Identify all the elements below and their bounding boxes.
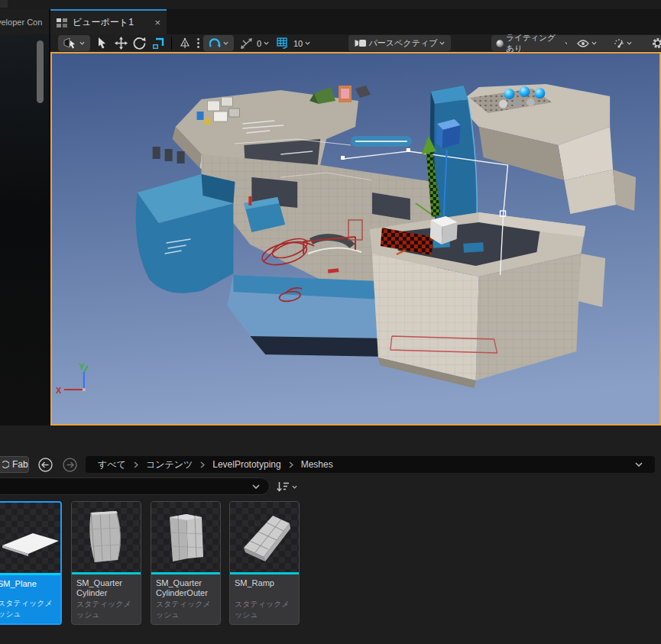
- asset-tile-sm-quarter-cylinder[interactable]: SM_Quarter Cylinder スタティックメッシュ: [71, 501, 141, 625]
- breadcrumb-item-content[interactable]: コンテンツ: [146, 458, 193, 471]
- plane-mesh-thumbnail: [0, 503, 62, 573]
- breadcrumb: すべて コンテンツ LevelPrototyping Meshes: [86, 456, 655, 473]
- grid-snap-value-button[interactable]: 10: [290, 35, 313, 51]
- asset-tile-sm-quarter-cylinder-outer[interactable]: SM_Quarter CylinderOuter スタティックメッシュ: [151, 501, 221, 625]
- asset-type: スタティックメッシュ: [235, 599, 294, 620]
- asset-thumbnail: [230, 502, 299, 572]
- asset-tile-sm-ramp[interactable]: SM_Ramp スタティックメッシュ: [229, 501, 300, 625]
- sort-button[interactable]: [277, 479, 306, 494]
- viewport-3d-scene[interactable]: X Y: [50, 52, 661, 426]
- toolbar-divider: [171, 37, 172, 50]
- window-top-strip: [0, 0, 661, 9]
- back-arrow-icon: [37, 457, 53, 473]
- axis-y-label: Y: [79, 362, 85, 371]
- background-window-tab[interactable]: veloper Con: [0, 9, 50, 34]
- background-window-tab-label: veloper Con: [0, 18, 42, 27]
- scrollbar-thumb[interactable]: [37, 40, 44, 103]
- search-options-chevron-icon[interactable]: [252, 484, 260, 489]
- tab-bar: ビューポート1 ×: [50, 9, 661, 34]
- snapping-overflow-button[interactable]: [194, 35, 202, 51]
- asset-thumbnail: [72, 502, 141, 572]
- path-picker-chevron-icon[interactable]: [635, 462, 643, 467]
- asset-meta: SM_Quarter Cylinder スタティックメッシュ: [72, 574, 141, 624]
- vertical-ellipsis-icon: [197, 38, 199, 48]
- lit-sphere-icon: [496, 39, 504, 48]
- show-flags-dropdown[interactable]: [567, 35, 607, 51]
- selection-mode-button[interactable]: [58, 35, 90, 51]
- rotate-tool-button[interactable]: [130, 35, 148, 51]
- axis-x-label: X: [56, 386, 62, 395]
- asset-thumbnail: [151, 502, 220, 572]
- quarter-cylinder-outer-mesh-thumbnail: [151, 502, 220, 572]
- asset-name: SM_Quarter CylinderOuter: [156, 578, 215, 598]
- asset-name: SM_Plane: [0, 579, 56, 589]
- scale-snap-value-button[interactable]: 0: [254, 35, 272, 51]
- asset-type: スタティックメッシュ: [0, 598, 56, 620]
- chevron-down-icon: [305, 41, 310, 45]
- viewport-settings-dropdown[interactable]: [637, 35, 661, 51]
- grid-snap-icon-button[interactable]: [275, 35, 290, 51]
- chevron-down-icon: [591, 41, 597, 45]
- chevron-down-icon: [292, 485, 297, 489]
- asset-search-input[interactable]: [0, 482, 252, 491]
- surface-snapping-button[interactable]: [176, 35, 194, 51]
- snap-gizmo-icon: [179, 37, 191, 50]
- dial-gauge-icon: [614, 38, 624, 48]
- back-button[interactable]: [37, 457, 53, 473]
- chevron-down-icon: [627, 41, 632, 45]
- tab-close-icon[interactable]: ×: [154, 17, 160, 28]
- select-tool-button[interactable]: [93, 35, 110, 51]
- scale-tool-button[interactable]: [148, 35, 168, 51]
- fab-logo-icon: [2, 461, 9, 468]
- select-mode-icon: [63, 37, 77, 49]
- level-blockout-render: X Y: [52, 53, 659, 424]
- viewport-layout-icon: [57, 18, 67, 28]
- breadcrumb-item-meshes[interactable]: Meshes: [301, 459, 333, 470]
- view-mode-dropdown[interactable]: ライティングあり: [491, 35, 574, 51]
- move-icon: [115, 37, 128, 50]
- chevron-down-icon: [79, 41, 85, 45]
- breadcrumb-item-levelprototyping[interactable]: LevelPrototyping: [212, 459, 280, 470]
- asset-meta: SM_Ramp スタティックメッシュ: [230, 574, 299, 624]
- asset-grid: SM_Plane スタティックメッシュ: [0, 501, 661, 626]
- background-window-panel: [0, 34, 50, 426]
- asset-search-box[interactable]: [0, 477, 270, 495]
- forward-button[interactable]: [62, 457, 78, 473]
- eye-icon: [577, 40, 589, 47]
- rotation-snap-icon: [209, 38, 221, 49]
- scale-snap-icon-button[interactable]: [238, 35, 254, 51]
- perspective-dropdown[interactable]: パースペクティブ: [348, 35, 451, 51]
- chevron-right-icon: [200, 461, 205, 468]
- rotate-icon: [133, 37, 146, 50]
- breadcrumb-item-all[interactable]: すべて: [98, 458, 126, 471]
- lit-label: ライティングあり: [506, 33, 562, 54]
- cursor-icon: [97, 37, 107, 49]
- camera-icon: [355, 39, 367, 47]
- scale-snap-value: 0: [257, 39, 261, 48]
- chevron-down-icon: [223, 41, 228, 45]
- sort-descending-icon: [277, 481, 289, 492]
- grid-snap-value: 10: [293, 39, 303, 48]
- chevron-down-icon: [264, 41, 269, 45]
- move-tool-button[interactable]: [112, 35, 130, 51]
- viewport-toolbar: 0 10 パースペクティブ: [50, 34, 661, 52]
- asset-type: スタティックメッシュ: [76, 599, 136, 620]
- asset-tile-sm-plane[interactable]: SM_Plane スタティックメッシュ: [0, 501, 62, 625]
- asset-name: SM_Quarter Cylinder: [76, 578, 136, 598]
- chevron-right-icon: [289, 461, 293, 468]
- fab-button[interactable]: Fab: [0, 456, 29, 473]
- chevron-down-icon: [439, 41, 445, 45]
- asset-thumbnail: [0, 503, 60, 573]
- unreal-editor-window: veloper Con ビューポート1 ×: [0, 0, 661, 644]
- ramp-mesh-thumbnail: [230, 502, 299, 572]
- window-corner-widget: [0, 0, 8, 8]
- chevron-right-icon: [134, 461, 138, 468]
- fab-label: Fab: [12, 459, 28, 470]
- tab-viewport1[interactable]: ビューポート1 ×: [50, 9, 167, 34]
- grid-snap-icon: [277, 37, 289, 49]
- content-browser-filter-row: [0, 477, 661, 495]
- rotation-snap-button[interactable]: [203, 35, 234, 51]
- quarter-cylinder-mesh-thumbnail: [72, 502, 141, 572]
- scale-snap-icon: [241, 38, 252, 49]
- perspective-label: パースペクティブ: [369, 37, 438, 49]
